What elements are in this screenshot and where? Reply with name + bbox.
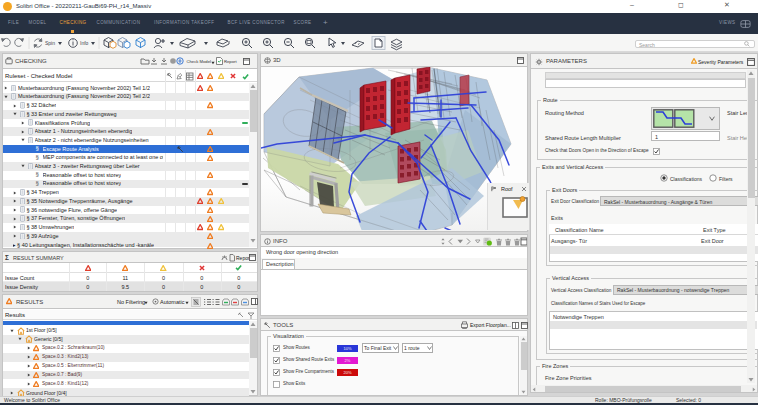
svg-text:Spin: Spin — [45, 40, 55, 46]
svg-text:Info: Info — [80, 40, 89, 46]
